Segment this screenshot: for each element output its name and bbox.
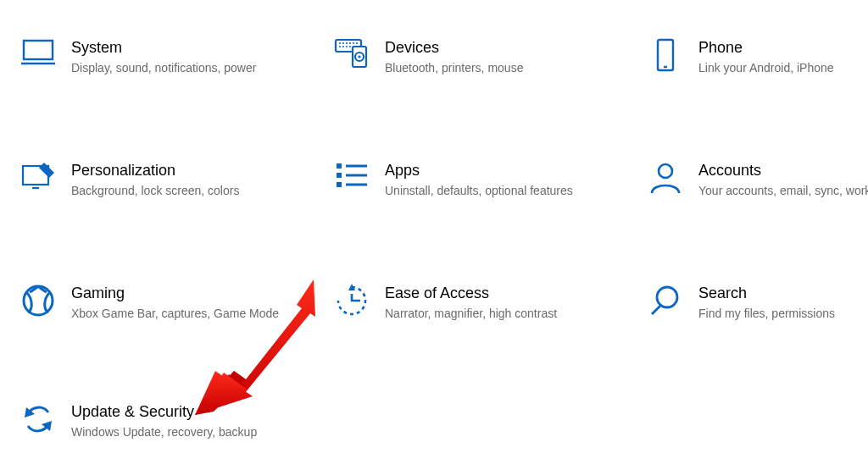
svg-point-3 [339, 42, 341, 44]
svg-point-29 [659, 164, 672, 178]
ease-of-access-icon [331, 284, 373, 318]
tile-title: Devices [385, 38, 523, 57]
gaming-icon [17, 284, 59, 318]
devices-icon [331, 38, 373, 72]
tile-title: System [71, 38, 256, 57]
svg-point-10 [342, 46, 344, 47]
svg-point-12 [349, 46, 351, 47]
tile-update-security[interactable]: Update & Security Windows Update, recove… [17, 402, 305, 440]
tile-apps[interactable]: Apps Uninstall, defaults, optional featu… [331, 161, 619, 198]
svg-marker-22 [39, 163, 54, 178]
svg-point-11 [346, 46, 348, 47]
tile-ease-of-access[interactable]: Ease of Access Narrator, magnifier, high… [331, 284, 619, 321]
svg-point-8 [356, 42, 358, 44]
tile-desc: Link your Android, iPhone [698, 60, 834, 75]
tile-desc: Uninstall, defaults, optional features [385, 183, 573, 198]
settings-categories-grid: System Display, sound, notifications, po… [0, 0, 868, 470]
svg-point-17 [358, 55, 360, 58]
apps-icon [331, 161, 373, 195]
tile-title: Phone [698, 38, 834, 57]
svg-point-30 [24, 286, 53, 315]
tile-desc: Xbox Game Bar, captures, Game Mode [71, 306, 279, 321]
svg-point-9 [339, 46, 341, 47]
tile-devices[interactable]: Devices Bluetooth, printers, mouse [331, 38, 619, 75]
tile-desc: Your accounts, email, sync, work, family [698, 183, 868, 198]
tile-search[interactable]: Search Find my files, permissions [644, 284, 868, 321]
svg-rect-24 [337, 173, 342, 178]
update-security-icon [17, 402, 59, 436]
tile-title: Ease of Access [385, 284, 557, 302]
tile-accounts[interactable]: Accounts Your accounts, email, sync, wor… [644, 161, 868, 198]
system-icon [17, 38, 59, 72]
search-icon [644, 284, 687, 318]
svg-point-6 [349, 42, 351, 44]
svg-point-32 [657, 287, 677, 307]
tile-system[interactable]: System Display, sound, notifications, po… [17, 38, 305, 75]
tile-desc: Find my files, permissions [698, 306, 835, 321]
svg-rect-0 [24, 41, 53, 59]
tile-desc: Narrator, magnifier, high contrast [385, 306, 557, 321]
tile-gaming[interactable]: Gaming Xbox Game Bar, captures, Game Mod… [17, 284, 305, 321]
tile-desc: Bluetooth, printers, mouse [385, 60, 523, 75]
accounts-icon [644, 161, 687, 195]
tile-personalization[interactable]: Personalization Background, lock screen,… [17, 161, 305, 198]
tile-phone[interactable]: Phone Link your Android, iPhone [644, 38, 868, 75]
tile-title: Accounts [698, 161, 868, 180]
phone-icon [644, 38, 687, 72]
tile-title: Personalization [71, 161, 239, 180]
svg-point-7 [353, 42, 354, 44]
svg-point-4 [342, 42, 344, 44]
svg-point-5 [346, 42, 348, 44]
personalization-icon [17, 161, 59, 195]
svg-rect-25 [337, 182, 342, 187]
tile-title: Apps [385, 161, 573, 180]
tile-desc: Windows Update, recovery, backup [71, 424, 257, 440]
svg-rect-23 [337, 163, 342, 169]
tile-title: Update & Security [71, 402, 257, 421]
svg-rect-18 [658, 40, 673, 70]
svg-line-33 [652, 306, 660, 314]
tile-title: Search [698, 284, 835, 302]
tile-desc: Background, lock screen, colors [71, 183, 239, 198]
tile-title: Gaming [71, 284, 279, 302]
tile-desc: Display, sound, notifications, power [71, 60, 256, 75]
